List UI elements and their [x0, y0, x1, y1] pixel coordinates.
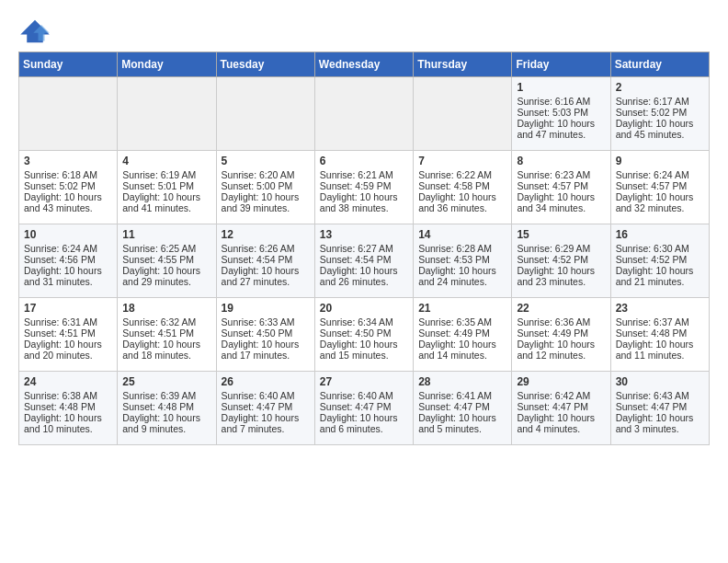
- day-number: 16: [616, 228, 704, 241]
- calendar-cell: 1Sunrise: 6:16 AMSunset: 5:03 PMDaylight…: [512, 77, 610, 151]
- sunset-text: Sunset: 4:59 PM: [320, 180, 392, 191]
- sunrise-text: Sunrise: 6:32 AM: [122, 316, 196, 327]
- day-number: 20: [320, 302, 408, 315]
- sunset-text: Sunset: 4:47 PM: [616, 401, 688, 412]
- day-number: 8: [517, 155, 605, 167]
- sunrise-text: Sunrise: 6:33 AM: [222, 316, 295, 327]
- sunrise-text: Sunrise: 6:27 AM: [320, 243, 393, 254]
- day-number: 21: [418, 302, 506, 315]
- sunset-text: Sunset: 4:47 PM: [418, 401, 490, 412]
- calendar-cell: 29Sunrise: 6:42 AMSunset: 4:47 PMDayligh…: [512, 372, 610, 445]
- sunset-text: Sunset: 4:48 PM: [122, 401, 194, 412]
- sunrise-text: Sunrise: 6:30 AM: [616, 243, 689, 254]
- sunset-text: Sunset: 4:51 PM: [122, 327, 194, 339]
- daylight-text: Daylight: 10 hours and 24 minutes.: [418, 265, 496, 287]
- day-number: 27: [320, 375, 408, 388]
- calendar-cell: [216, 77, 314, 151]
- sunset-text: Sunset: 4:52 PM: [616, 254, 688, 265]
- sunset-text: Sunset: 4:57 PM: [517, 180, 588, 191]
- day-number: 18: [122, 302, 210, 315]
- daylight-text: Daylight: 10 hours and 9 minutes.: [122, 412, 200, 434]
- daylight-text: Daylight: 10 hours and 18 minutes.: [122, 339, 200, 361]
- day-number: 6: [320, 155, 408, 167]
- sunset-text: Sunset: 4:54 PM: [222, 254, 293, 265]
- calendar-cell: 15Sunrise: 6:29 AMSunset: 4:52 PMDayligh…: [512, 224, 610, 298]
- sunset-text: Sunset: 5:03 PM: [517, 107, 588, 118]
- calendar-cell: 5Sunrise: 6:20 AMSunset: 5:00 PMDaylight…: [216, 151, 314, 224]
- day-number: 22: [517, 302, 605, 315]
- sunrise-text: Sunrise: 6:40 AM: [222, 390, 295, 401]
- sunset-text: Sunset: 5:00 PM: [222, 180, 293, 191]
- weekday-header-friday: Friday: [512, 52, 610, 77]
- calendar-cell: 27Sunrise: 6:40 AMSunset: 4:47 PMDayligh…: [314, 372, 413, 445]
- week-row-5: 24Sunrise: 6:38 AMSunset: 4:48 PMDayligh…: [19, 372, 710, 445]
- calendar-header: SundayMondayTuesdayWednesdayThursdayFrid…: [19, 52, 710, 77]
- sunrise-text: Sunrise: 6:31 AM: [24, 316, 97, 327]
- sunset-text: Sunset: 4:57 PM: [616, 180, 688, 191]
- day-number: 23: [616, 302, 704, 315]
- daylight-text: Daylight: 10 hours and 11 minutes.: [616, 339, 694, 361]
- day-number: 7: [418, 155, 506, 167]
- daylight-text: Daylight: 10 hours and 34 minutes.: [517, 191, 595, 213]
- daylight-text: Daylight: 10 hours and 7 minutes.: [222, 412, 300, 434]
- calendar-cell: 21Sunrise: 6:35 AMSunset: 4:49 PMDayligh…: [414, 298, 512, 372]
- sunrise-text: Sunrise: 6:17 AM: [616, 96, 689, 107]
- calendar-cell: 28Sunrise: 6:41 AMSunset: 4:47 PMDayligh…: [414, 372, 512, 445]
- calendar-cell: 2Sunrise: 6:17 AMSunset: 5:02 PMDaylight…: [610, 77, 709, 151]
- sunset-text: Sunset: 4:55 PM: [122, 254, 194, 265]
- day-number: 29: [517, 375, 605, 388]
- calendar-cell: 19Sunrise: 6:33 AMSunset: 4:50 PMDayligh…: [216, 298, 314, 372]
- daylight-text: Daylight: 10 hours and 39 minutes.: [222, 191, 300, 213]
- sunrise-text: Sunrise: 6:20 AM: [222, 169, 295, 180]
- sunrise-text: Sunrise: 6:19 AM: [122, 169, 196, 180]
- weekday-header-monday: Monday: [118, 52, 216, 77]
- sunset-text: Sunset: 4:54 PM: [320, 254, 392, 265]
- sunrise-text: Sunrise: 6:38 AM: [24, 390, 97, 401]
- sunrise-text: Sunrise: 6:36 AM: [517, 316, 590, 327]
- daylight-text: Daylight: 10 hours and 17 minutes.: [222, 339, 300, 361]
- daylight-text: Daylight: 10 hours and 12 minutes.: [517, 339, 595, 361]
- calendar-cell: 14Sunrise: 6:28 AMSunset: 4:53 PMDayligh…: [414, 224, 512, 298]
- calendar-cell: [414, 77, 512, 151]
- sunrise-text: Sunrise: 6:29 AM: [517, 243, 590, 254]
- sunrise-text: Sunrise: 6:24 AM: [24, 243, 97, 254]
- sunset-text: Sunset: 4:50 PM: [320, 327, 392, 339]
- weekday-header-saturday: Saturday: [610, 52, 709, 77]
- day-number: 13: [320, 228, 408, 241]
- calendar-table: SundayMondayTuesdayWednesdayThursdayFrid…: [18, 52, 710, 445]
- sunset-text: Sunset: 4:56 PM: [24, 254, 96, 265]
- daylight-text: Daylight: 10 hours and 4 minutes.: [517, 412, 595, 434]
- day-number: 24: [24, 375, 112, 388]
- calendar-cell: [19, 77, 118, 151]
- sunrise-text: Sunrise: 6:34 AM: [320, 316, 393, 327]
- weekday-header-thursday: Thursday: [414, 52, 512, 77]
- calendar-cell: 22Sunrise: 6:36 AMSunset: 4:49 PMDayligh…: [512, 298, 610, 372]
- day-number: 19: [222, 302, 310, 315]
- daylight-text: Daylight: 10 hours and 6 minutes.: [320, 412, 398, 434]
- day-number: 28: [418, 375, 506, 388]
- sunset-text: Sunset: 4:53 PM: [418, 254, 490, 265]
- sunrise-text: Sunrise: 6:22 AM: [418, 169, 492, 180]
- calendar-cell: 12Sunrise: 6:26 AMSunset: 4:54 PMDayligh…: [216, 224, 314, 298]
- calendar-cell: 30Sunrise: 6:43 AMSunset: 4:47 PMDayligh…: [610, 372, 709, 445]
- day-number: 2: [616, 81, 704, 94]
- day-number: 15: [517, 228, 605, 241]
- calendar-body: 1Sunrise: 6:16 AMSunset: 5:03 PMDaylight…: [19, 77, 710, 445]
- sunrise-text: Sunrise: 6:39 AM: [122, 390, 196, 401]
- calendar-cell: 23Sunrise: 6:37 AMSunset: 4:48 PMDayligh…: [610, 298, 709, 372]
- sunset-text: Sunset: 4:47 PM: [517, 401, 588, 412]
- day-number: 9: [616, 155, 704, 167]
- sunrise-text: Sunrise: 6:28 AM: [418, 243, 492, 254]
- sunrise-text: Sunrise: 6:26 AM: [222, 243, 295, 254]
- daylight-text: Daylight: 10 hours and 5 minutes.: [418, 412, 496, 434]
- daylight-text: Daylight: 10 hours and 20 minutes.: [24, 339, 102, 361]
- sunset-text: Sunset: 4:47 PM: [222, 401, 293, 412]
- day-number: 14: [418, 228, 506, 241]
- logo: [18, 18, 55, 44]
- day-number: 3: [24, 155, 112, 167]
- sunrise-text: Sunrise: 6:18 AM: [24, 169, 97, 180]
- weekday-header-sunday: Sunday: [19, 52, 118, 77]
- daylight-text: Daylight: 10 hours and 36 minutes.: [418, 191, 496, 213]
- calendar-cell: 7Sunrise: 6:22 AMSunset: 4:58 PMDaylight…: [414, 151, 512, 224]
- day-number: 5: [222, 155, 310, 167]
